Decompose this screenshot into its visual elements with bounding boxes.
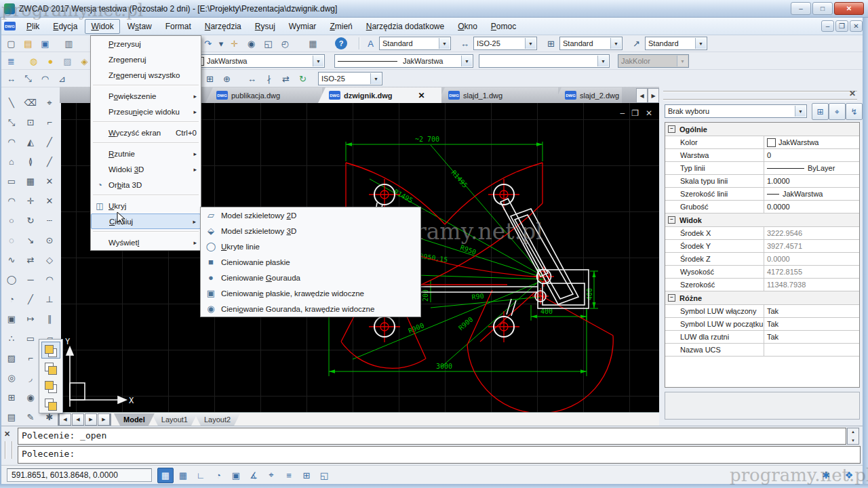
submenu-item-cieniowanie-gouranda-krawedzie[interactable]: ◉Cieniowanie Gouranda, krawędzie widoczn… xyxy=(201,301,420,317)
document-tab-slajd_1-dwg[interactable]: DWGslajd_1.dwg xyxy=(437,87,558,103)
tab-close-icon[interactable]: ✕ xyxy=(418,91,425,100)
property-group-og-lnie[interactable]: −Ogólnie xyxy=(665,123,859,136)
pan-icon[interactable]: ✛ xyxy=(226,36,243,52)
lineweight-toggle[interactable]: ⌖ xyxy=(263,468,279,483)
menubar-item-plik[interactable]: Plik xyxy=(20,19,45,34)
mleader-style-icon[interactable]: ↗ xyxy=(628,36,645,52)
tool-chamfer-icon[interactable]: ⌐ xyxy=(21,348,40,368)
tool-scale-icon[interactable]: ↘ xyxy=(21,230,40,250)
minimize-button[interactable]: – xyxy=(791,2,811,15)
close-button[interactable]: ✕ xyxy=(834,2,864,15)
tool-copy-icon[interactable]: ⊡ xyxy=(21,113,40,132)
zoom-realtime-icon[interactable]: ◉ xyxy=(243,36,260,52)
panel-close-icon[interactable]: ✕ xyxy=(849,89,856,98)
ucs-toggle[interactable]: ⊞ xyxy=(298,468,315,483)
mleader-style-combo[interactable]: Standard▼ xyxy=(645,37,707,50)
property-value[interactable]: JakWarstwa xyxy=(764,188,859,200)
menubar-item-wymiar[interactable]: Wymiar xyxy=(283,19,323,34)
mdi-close-button[interactable]: ✕ xyxy=(850,20,863,32)
submenu-item-model-szkieletowy-2d[interactable]: ▱Model szkieletowy 2D xyxy=(201,207,420,223)
dim-style-combo-2[interactable]: ISO-25▼ xyxy=(318,72,382,85)
command-grip[interactable] xyxy=(5,441,13,459)
tool-snap-midpoint-icon[interactable]: ╱ xyxy=(40,152,59,171)
layout-tab-layout2[interactable]: Layout2 xyxy=(195,413,240,426)
submenu-item-cieniowanie-plaskie[interactable]: ■Cieniowanie płaskie xyxy=(201,254,420,270)
otrack-toggle[interactable]: ∡ xyxy=(245,468,262,483)
doc-minimize-icon[interactable]: – xyxy=(620,108,625,118)
submenu-item-ukryte-linie[interactable]: ◯Ukryte linie xyxy=(201,239,420,254)
tool-snap-perpendicular-icon[interactable]: ⊥ xyxy=(40,289,59,309)
mdi-minimize-button[interactable]: – xyxy=(821,20,834,32)
menu-item-cieniuj[interactable]: Cieniuj▸ xyxy=(91,214,201,229)
tool-revision-cloud-icon[interactable]: ◌ xyxy=(2,230,21,250)
property-value[interactable]: ByLayer xyxy=(764,162,859,174)
tool-snap-center-icon[interactable]: ⊙ xyxy=(40,230,59,250)
tool-construction-line-icon[interactable]: ⤡ xyxy=(2,113,21,132)
tool-rotate-icon[interactable]: ↻ xyxy=(21,211,40,230)
tool-line-icon[interactable]: ╲ xyxy=(2,93,21,113)
menu-item-ukryj[interactable]: ◫Ukryj xyxy=(91,198,201,214)
submenu-item-model-szkieletowy-3d[interactable]: ⬙Model szkieletowy 3D xyxy=(201,223,420,239)
menubar-item-format[interactable]: Format xyxy=(159,19,197,34)
scroll-down-icon[interactable]: ▼ xyxy=(851,439,855,443)
collapse-icon[interactable]: − xyxy=(668,125,675,133)
ucs-tool-icon[interactable]: ⊿ xyxy=(54,71,71,87)
tool-table-icon[interactable]: ⊞ xyxy=(2,388,21,407)
tool-offset-icon[interactable]: ≬ xyxy=(21,152,40,171)
center-mark-icon[interactable]: ⊕ xyxy=(218,71,235,87)
tool-array-icon[interactable]: ▦ xyxy=(21,171,40,191)
submenu-item-cieniowanie-plaskie-krawedzie[interactable]: ▣Cieniowanie płaskie, krawędzie widoczne xyxy=(201,285,420,301)
menubar-item-rysuj[interactable]: Rysuj xyxy=(249,19,281,34)
property-value[interactable]: 3927.4571 xyxy=(764,240,859,252)
dim-aligned-icon[interactable]: ⤡ xyxy=(20,71,37,87)
fullscreen-icon[interactable]: ❖ xyxy=(841,468,857,483)
dim-edit-icon[interactable]: ↔ xyxy=(243,71,260,87)
menu-item-wyczysc-ekran[interactable]: Wyczyść ekranCtrl+0 xyxy=(91,125,201,140)
menu-item-zregeneruj[interactable]: Zregeneruj xyxy=(91,52,201,67)
calculator-icon[interactable]: ▦ xyxy=(304,36,321,52)
property-value[interactable]: 3222.9546 xyxy=(764,227,859,239)
collapse-icon[interactable]: − xyxy=(668,216,675,224)
lineweight-combo[interactable]: ▼ xyxy=(479,54,610,68)
property-value[interactable]: JakWarstwa xyxy=(764,136,859,148)
doc-close-icon[interactable]: ✕ xyxy=(646,108,652,118)
mdi-restore-button[interactable]: ❐ xyxy=(835,20,848,32)
zoom-previous-icon[interactable]: ◴ xyxy=(277,36,294,52)
property-value[interactable]: 0.0000 xyxy=(764,201,859,213)
tool-fillet-icon[interactable]: ◞ xyxy=(21,368,40,388)
dim-update-icon[interactable]: ↻ xyxy=(294,71,311,87)
menubar-item-okno[interactable]: Okno xyxy=(452,19,484,34)
tool-lengthen-icon[interactable]: ─ xyxy=(21,270,40,289)
viewports-icon[interactable]: ⊞ xyxy=(201,71,218,87)
menu-item-wyswietl[interactable]: Wyświetl▸ xyxy=(91,235,201,250)
redo-icon[interactable]: ↷ xyxy=(199,36,216,52)
tool-ellipse-icon[interactable]: ◯ xyxy=(2,270,21,289)
selection-filter-combo[interactable]: Brak wyboru ▼ xyxy=(665,104,807,118)
tool-rectangle-icon[interactable]: ▭ xyxy=(2,171,21,191)
dim-linear-icon[interactable]: ↔ xyxy=(3,71,20,87)
property-value[interactable]: 11348.7938 xyxy=(764,279,859,291)
dim-oblique-icon[interactable]: ∤ xyxy=(260,71,277,87)
property-group-r-ne[interactable]: −Różne xyxy=(665,291,859,305)
tool-arc-icon[interactable]: ◠ xyxy=(2,132,21,152)
print-icon[interactable]: ▥ xyxy=(60,36,77,52)
command-close-icon[interactable]: ✕ xyxy=(4,430,10,439)
document-tab-dzwignik-dwg[interactable]: DWGdzwignik.dwg✕ xyxy=(318,87,441,103)
document-tab-publikacja-dwg[interactable]: DWGpublikacja.dwg xyxy=(205,87,322,103)
text-style-icon[interactable]: A xyxy=(362,36,379,52)
menubar-item-zmie-[interactable]: Zmień xyxy=(323,19,358,34)
color-combo[interactable]: JakWarstwa▼ xyxy=(192,54,325,68)
scroll-up-icon[interactable]: ▲ xyxy=(851,430,855,434)
layer-on-icon[interactable]: ◍ xyxy=(25,54,42,69)
help-icon[interactable]: ? xyxy=(335,37,347,49)
tool-mirror-icon[interactable]: ◭ xyxy=(21,132,40,152)
linetype-combo[interactable]: JakWarstwa▼ xyxy=(334,54,473,68)
tool-text-icon[interactable]: ▤ xyxy=(2,407,21,427)
collapse-icon[interactable]: − xyxy=(668,294,675,302)
property-group-widok[interactable]: −Widok xyxy=(665,214,859,227)
property-value[interactable]: Tak xyxy=(764,305,859,317)
ortho-toggle[interactable]: ∟ xyxy=(193,468,209,483)
new-file-icon[interactable]: ▢ xyxy=(3,36,20,52)
command-input[interactable]: Polecenie: xyxy=(18,446,861,464)
zoom-window-icon[interactable]: ◱ xyxy=(260,36,277,52)
